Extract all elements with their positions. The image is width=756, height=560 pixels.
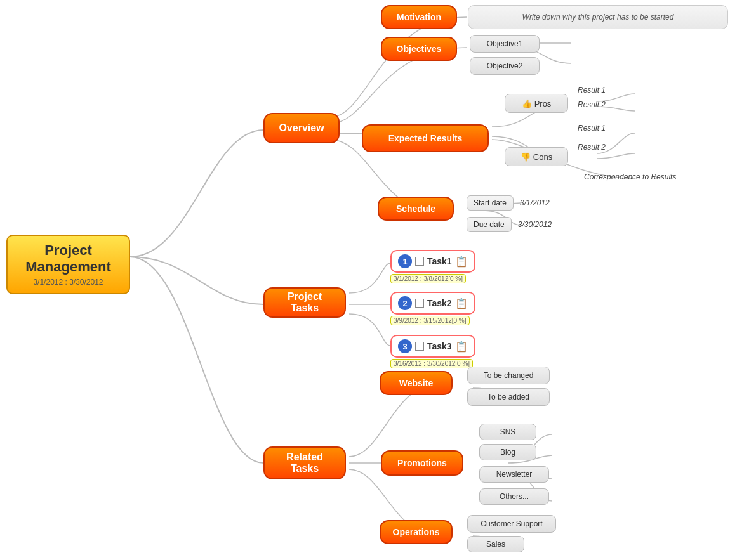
due-date-row: Due date 3/30/2012	[467, 217, 552, 232]
sales-label: Sales	[486, 540, 505, 549]
motivation-label: Motivation	[397, 12, 441, 22]
root-node[interactable]: Project Management 3/1/2012 : 3/30/2012	[6, 235, 130, 294]
start-date-val: 3/1/2012	[520, 199, 550, 207]
task2-icon: 📋	[455, 297, 468, 309]
motivation-desc-label: Write down why this project has to be st…	[522, 13, 674, 22]
task2-number: 2	[398, 296, 412, 310]
correspondence-node: Correspondence to Results	[584, 173, 676, 181]
objectives-label: Objectives	[397, 44, 442, 54]
task2-wrapper[interactable]: 2 Task2 📋 3/9/2012 : 3/15/2012[0 %]	[390, 292, 475, 325]
objective1-node: Objective1	[470, 35, 540, 53]
task1-icon: 📋	[455, 256, 468, 268]
cons-result2: Result 2	[578, 143, 606, 152]
start-date-label: Start date	[467, 195, 514, 211]
promotions-label: Promotions	[397, 458, 447, 468]
project-tasks-label: Project Tasks	[276, 291, 333, 314]
schedule-label: Schedule	[396, 204, 435, 214]
customer-support-node: Customer Support	[467, 515, 556, 533]
task1-number: 1	[398, 254, 412, 268]
task1-label: Task1	[427, 256, 452, 266]
overview-node[interactable]: Overview	[263, 113, 340, 143]
due-date-label: Due date	[467, 217, 512, 232]
schedule-node[interactable]: Schedule	[378, 197, 454, 221]
others-label: Others...	[500, 492, 529, 501]
root-title: Project Management	[18, 242, 119, 275]
task3-checkbox[interactable]	[415, 342, 424, 351]
to-be-added-label: To be added	[487, 393, 529, 401]
task3-icon: 📋	[455, 341, 468, 353]
customer-support-label: Customer Support	[481, 519, 542, 528]
task3-label: Task3	[427, 341, 452, 351]
objective1-label: Objective1	[487, 39, 523, 48]
related-tasks-node[interactable]: Related Tasks	[263, 446, 346, 479]
pros-label: Pros	[534, 99, 552, 108]
pros-result1: Result 1	[578, 86, 606, 94]
to-be-changed-label: To be changed	[484, 371, 534, 380]
operations-label: Operations	[393, 527, 440, 537]
task3-number: 3	[398, 339, 412, 353]
start-date-row: Start date 3/1/2012	[467, 195, 550, 211]
newsletter-node: Newsletter	[479, 466, 549, 483]
task2-node[interactable]: 2 Task2 📋	[390, 292, 475, 315]
sns-label: SNS	[500, 427, 516, 436]
blog-label: Blog	[500, 448, 515, 457]
task1-date: 3/1/2012 : 3/8/2012[0 %]	[390, 274, 466, 283]
task3-wrapper[interactable]: 3 Task3 📋 3/16/2012 : 3/30/2012[0 %]	[390, 335, 475, 368]
motivation-node[interactable]: Motivation	[381, 5, 457, 29]
cons-result1: Result 1	[578, 124, 606, 133]
task1-node[interactable]: 1 Task1 📋	[390, 250, 475, 273]
website-node[interactable]: Website	[380, 371, 453, 395]
newsletter-label: Newsletter	[496, 470, 533, 479]
overview-label: Overview	[279, 122, 324, 134]
pros-node[interactable]: 👍 Pros	[505, 94, 568, 113]
task2-label: Task2	[427, 298, 452, 308]
expected-results-label: Expected Results	[388, 133, 463, 143]
to-be-changed-node: To be changed	[467, 367, 550, 384]
pros-result2-label: Result 2	[578, 100, 606, 109]
promotions-node[interactable]: Promotions	[381, 450, 463, 476]
correspondence-label: Correspondence to Results	[584, 173, 676, 181]
task2-checkbox[interactable]	[415, 299, 424, 308]
cons-label: Cons	[533, 152, 552, 162]
to-be-added-node: To be added	[467, 388, 550, 406]
website-label: Website	[399, 378, 433, 388]
others-node: Others...	[479, 488, 549, 505]
task1-wrapper[interactable]: 1 Task1 📋 3/1/2012 : 3/8/2012[0 %]	[390, 250, 475, 283]
root-subtitle: 3/1/2012 : 3/30/2012	[18, 278, 119, 287]
sales-node: Sales	[467, 536, 524, 552]
operations-node[interactable]: Operations	[380, 520, 453, 544]
cons-result1-label: Result 1	[578, 124, 606, 133]
task1-checkbox[interactable]	[415, 257, 424, 266]
task3-node[interactable]: 3 Task3 📋	[390, 335, 475, 358]
task3-date: 3/16/2012 : 3/30/2012[0 %]	[390, 359, 473, 368]
objective2-node: Objective2	[470, 57, 540, 75]
pros-result2: Result 2	[578, 100, 606, 109]
cons-result2-label: Result 2	[578, 143, 606, 152]
expected-results-node[interactable]: Expected Results	[362, 124, 489, 152]
cons-node[interactable]: 👎 Cons	[505, 147, 568, 166]
due-date-val: 3/30/2012	[518, 220, 552, 229]
objective2-label: Objective2	[487, 62, 523, 70]
related-tasks-label: Related Tasks	[276, 452, 333, 474]
blog-node: Blog	[479, 444, 536, 460]
task2-date: 3/9/2012 : 3/15/2012[0 %]	[390, 316, 470, 325]
pros-result1-label: Result 1	[578, 86, 606, 94]
objectives-node[interactable]: Objectives	[381, 37, 457, 61]
project-tasks-node[interactable]: Project Tasks	[263, 287, 346, 318]
sns-node: SNS	[479, 424, 536, 440]
motivation-desc-node: Write down why this project has to be st…	[468, 5, 728, 29]
